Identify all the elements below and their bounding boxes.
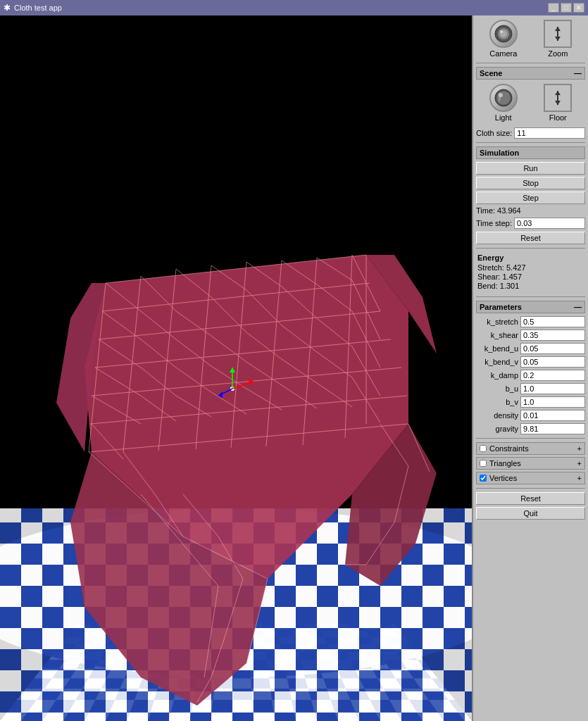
b-u-input[interactable] [520,383,585,394]
app-title: Cloth test app [14,4,62,12]
divider-6 [476,488,585,489]
b-u-label: b_u [476,384,518,393]
vertices-checkbox[interactable] [480,475,487,482]
title-bar: ✱ Cloth test app _ □ ✕ [0,0,588,15]
cloth-size-label: Cloth size: [476,129,512,137]
triangles-row[interactable]: Triangles + [476,457,585,470]
vertices-label: Vertices [489,474,577,482]
quit-button[interactable]: Quit [476,507,585,520]
k-damp-input[interactable] [520,370,585,381]
close-button[interactable]: ✕ [573,3,584,13]
zoom-button[interactable]: Zoom [542,18,573,59]
k-bend-u-input[interactable] [520,343,585,354]
stop-button[interactable]: Stop [476,177,585,189]
scene-icons: Light Floor [476,82,585,123]
app-icon: ✱ [4,3,11,13]
top-toolbar: Camera Zoom [476,18,585,59]
scene-section-header: Scene — [476,67,585,80]
k-bend-v-label: k_bend_v [476,358,518,366]
time-value: 43.964 [497,206,521,215]
time-row: Time: 43.964 [476,206,585,215]
divider-3 [476,248,585,249]
divider-4 [476,296,585,297]
run-button[interactable]: Run [476,162,585,175]
parameters-collapse-button[interactable]: — [574,303,582,311]
density-input[interactable] [520,410,585,421]
k-bend-v-input[interactable] [520,356,585,368]
b-v-input[interactable] [520,396,585,408]
floor-label: Floor [549,113,567,122]
cloth-size-row: Cloth size: [476,127,585,139]
gravity-label: gravity [476,425,518,433]
time-label: Time: [476,206,495,215]
title-bar-controls[interactable]: _ □ ✕ [548,3,584,13]
scene-section-label: Scene [480,69,502,77]
camera-icon [489,20,518,48]
light-button[interactable]: Light [488,82,519,123]
zoom-icon [544,20,572,48]
constraints-checkbox[interactable] [480,445,487,452]
minimize-button[interactable]: _ [548,3,559,13]
main-container: Camera Zoom Scene — [0,15,588,721]
right-panel: Camera Zoom Scene — [472,15,588,721]
cloth-size-input[interactable] [514,127,585,139]
energy-section: Energy Stretch: 5.427 Shear: 1.457 Bend:… [476,252,585,292]
constraints-row[interactable]: Constraints + [476,442,585,455]
k-bend-u-label: k_bend_u [476,344,518,353]
svg-point-100 [499,93,503,97]
k-damp-label: k_damp [476,371,518,380]
timestep-label: Time step: [476,219,512,227]
cloth-visualization [0,15,472,721]
camera-button[interactable]: Camera [488,18,519,59]
floor-icon [544,84,572,112]
triangles-label: Triangles [489,459,577,468]
gravity-row: gravity [476,423,585,434]
density-row: density [476,410,585,421]
simulation-reset-button[interactable]: Reset [476,232,585,244]
b-u-row: b_u [476,383,585,394]
svg-point-95 [500,30,503,33]
svg-marker-102 [555,91,561,95]
divider-2 [476,142,585,143]
svg-marker-98 [555,37,561,41]
step-button[interactable]: Step [476,192,585,204]
zoom-label: Zoom [548,49,568,58]
scene-collapse-button[interactable]: — [574,69,582,77]
title-bar-left: ✱ Cloth test app [4,3,62,13]
camera-label: Camera [489,49,517,58]
gravity-input[interactable] [520,423,585,434]
vertices-expand-button[interactable]: + [577,474,582,482]
timestep-row: Time step: [476,218,585,229]
triangles-checkbox[interactable] [480,460,487,467]
k-stretch-label: k_stretch [476,318,518,326]
parameters-section-header: Parameters — [476,301,585,313]
vertices-row[interactable]: Vertices + [476,472,585,484]
k-shear-label: k_shear [476,331,518,339]
reset-button[interactable]: Reset [476,492,585,505]
divider-1 [476,63,585,63]
constraints-expand-button[interactable]: + [577,444,582,453]
k-stretch-input[interactable] [520,316,585,327]
simulation-section-label: Simulation [480,149,519,157]
triangles-expand-button[interactable]: + [577,459,582,468]
viewport[interactable] [0,15,472,721]
b-v-row: b_v [476,396,585,408]
k-shear-row: k_shear [476,330,585,341]
light-label: Light [495,113,512,122]
k-shear-input[interactable] [520,330,585,341]
light-icon [489,84,518,112]
b-v-label: b_v [476,398,518,406]
k-damp-row: k_damp [476,370,585,381]
parameters-section-label: Parameters [480,303,522,311]
timestep-input[interactable] [514,218,585,229]
constraints-label: Constraints [489,444,577,453]
simulation-section-header: Simulation [476,146,585,159]
k-bend-u-row: k_bend_u [476,343,585,354]
floor-button[interactable]: Floor [542,82,573,123]
energy-label: Energy [477,253,584,262]
maximize-button[interactable]: □ [561,3,572,13]
shear-value: Shear: 1.457 [477,272,584,281]
density-label: density [476,411,518,420]
k-bend-v-row: k_bend_v [476,356,585,368]
svg-marker-103 [555,101,561,105]
